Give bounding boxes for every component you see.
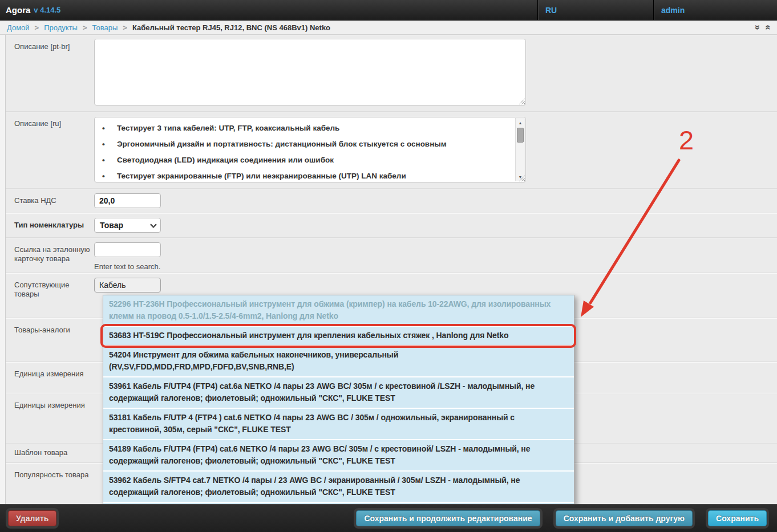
app-name: Agora bbox=[6, 5, 30, 15]
dropdown-item[interactable]: 54189 Кабель F/UTP4 (FTP4) cat.6 NETKO /… bbox=[103, 440, 574, 470]
dropdown-item[interactable]: 52296 HT-236H Профессиональный инструмен… bbox=[103, 295, 574, 326]
dropdown-item[interactable]: 53962 Кабель S/FTP4 cat.7 NETKO /4 пары … bbox=[103, 472, 574, 502]
save-button[interactable]: Сохранить bbox=[708, 510, 767, 526]
related-products-input[interactable] bbox=[94, 278, 161, 293]
bullet-icon: • bbox=[102, 155, 117, 166]
delete-button[interactable]: Удалить bbox=[8, 510, 56, 526]
description-bullet-line: • Светодиодная (LED) индикация соединени… bbox=[102, 155, 509, 166]
breadcrumb-current: Кабельный тестер RJ45, RJ12, BNC (NS 468… bbox=[132, 23, 330, 32]
action-bar: Удалить Сохранить и продолжить редактиро… bbox=[0, 504, 777, 532]
analog-products-label: Товары-аналоги bbox=[6, 318, 94, 362]
bullet-icon: • bbox=[102, 139, 117, 150]
description-ptbr-label: Описание [pt-br] bbox=[6, 35, 94, 111]
top-bar: Agora v 4.14.5 RU admin bbox=[0, 0, 777, 21]
autocomplete-dropdown: 52296 HT-236H Профессиональный инструмен… bbox=[103, 295, 574, 532]
unit-label: Единица измерения bbox=[6, 362, 94, 393]
expand-all-icon[interactable]: » bbox=[764, 25, 772, 30]
nomenclature-type-label: Тип номенклатуры bbox=[6, 213, 94, 237]
dropdown-item[interactable]: 53181 Кабель F/UTP 4 (FTP4 ) cat.6 NETKO… bbox=[103, 409, 574, 439]
save-continue-button[interactable]: Сохранить и продолжить редактирование bbox=[356, 510, 540, 526]
reference-card-input[interactable] bbox=[94, 242, 161, 257]
bullet-text: Светодиодная (LED) индикация соединения … bbox=[117, 155, 334, 166]
search-hint: Enter text to search. bbox=[94, 262, 777, 271]
app-version: v 4.14.5 bbox=[34, 6, 60, 14]
breadcrumb: Домой > Продукты > Товары > Кабельный те… bbox=[0, 21, 777, 35]
dropdown-item[interactable]: 54204 Инструмент для обжима кабельных на… bbox=[103, 346, 574, 376]
description-bullet-line: • Тестирует экранированные (FTP) или неэ… bbox=[102, 170, 509, 182]
dropdown-item[interactable]: 53683 HT-519C Профессиональный инструмен… bbox=[103, 327, 574, 345]
breadcrumb-link[interactable]: Продукты bbox=[44, 23, 78, 32]
collapse-all-icon[interactable]: » bbox=[754, 25, 762, 30]
bullet-icon: • bbox=[102, 123, 117, 134]
units-label: Единицы измерения bbox=[6, 393, 94, 443]
product-edit-page: Agora v 4.14.5 RU admin Домой > Продукты… bbox=[0, 0, 777, 532]
scrollbar-thumb[interactable] bbox=[517, 128, 524, 143]
row-vat: Ставка НДС bbox=[6, 189, 777, 213]
breadcrumb-link[interactable]: Домой bbox=[7, 23, 30, 32]
nomenclature-type-select[interactable]: Товар bbox=[94, 218, 161, 233]
reference-card-label: Ссылка на эталонную карточку товара bbox=[6, 238, 94, 273]
vat-label: Ставка НДС bbox=[6, 189, 94, 213]
chevron-down-icon bbox=[150, 221, 157, 228]
textarea-scrollbar[interactable]: ▲ ▼ bbox=[515, 118, 525, 181]
bullet-text: Тестирует 3 типа кабелей: UTP, FTP, коак… bbox=[117, 123, 339, 134]
row-nomenclature-type: Тип номенклатуры Товар bbox=[6, 213, 777, 238]
description-ru-label: Описание [ru] bbox=[6, 112, 94, 188]
save-add-another-button[interactable]: Сохранить и добавить другую bbox=[556, 510, 693, 526]
language-label: RU bbox=[545, 6, 557, 15]
breadcrumb-separator-icon: > bbox=[83, 23, 87, 32]
app-brand: Agora v 4.14.5 bbox=[0, 0, 537, 20]
related-products-label: Сопутствующие товары bbox=[6, 273, 94, 318]
bullet-text: Тестирует экранированные (FTP) или неэкр… bbox=[117, 170, 406, 182]
breadcrumb-link[interactable]: Товары bbox=[92, 23, 118, 32]
bullet-icon: • bbox=[102, 170, 117, 182]
resize-grip-icon[interactable] bbox=[519, 98, 525, 104]
vat-input[interactable] bbox=[94, 193, 161, 208]
language-selector[interactable]: RU bbox=[537, 0, 653, 20]
scroll-up-icon[interactable]: ▲ bbox=[516, 118, 525, 127]
breadcrumb-separator-icon: > bbox=[123, 23, 127, 32]
description-ptbr-textarea[interactable] bbox=[94, 39, 526, 105]
description-bullet-line: • Тестирует 3 типа кабелей: UTP, FTP, ко… bbox=[102, 123, 509, 134]
selected-option: Товар bbox=[100, 221, 123, 230]
breadcrumb-separator-icon: > bbox=[35, 23, 39, 32]
description-ru-textarea[interactable]: • Тестирует 3 типа кабелей: UTP, FTP, ко… bbox=[94, 117, 526, 182]
template-label: Шаблон товара bbox=[6, 444, 94, 462]
row-reference-card: Ссылка на эталонную карточку товара Ente… bbox=[6, 238, 777, 273]
row-description-ru: Описание [ru] • Тестирует 3 типа кабелей… bbox=[6, 112, 777, 189]
description-bullet-line: • Эргономичный дизайн и портативность: д… bbox=[102, 139, 509, 150]
user-menu[interactable]: admin bbox=[653, 0, 777, 20]
popularity-label: Популярность товара bbox=[6, 463, 94, 504]
dropdown-item[interactable]: 53961 Кабель F/UTP4 (FTP4) cat.6a NETKO … bbox=[103, 377, 574, 408]
row-description-ptbr: Описание [pt-br] bbox=[6, 35, 777, 112]
bullet-text: Эргономичный дизайн и портативность: дис… bbox=[117, 139, 447, 150]
user-label: admin bbox=[661, 6, 685, 15]
